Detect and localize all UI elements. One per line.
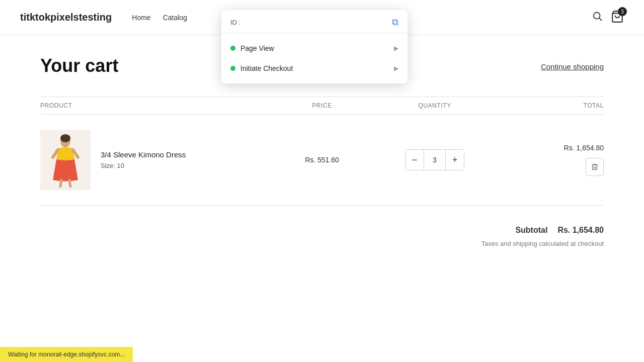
item-details: 3/4 Sleeve Kimono Dress Size: 10 <box>101 150 186 169</box>
svg-point-4 <box>60 134 70 142</box>
col-header-product: PRODUCT <box>40 102 266 109</box>
popup-item-left-2: Initiate Checkout <box>230 64 293 72</box>
item-total-price: Rs. 1,654.80 <box>564 144 604 152</box>
col-header-quantity: QUANTITY <box>378 102 491 109</box>
table-row: 3/4 Sleeve Kimono Dress Size: 10 Rs. 551… <box>40 115 604 206</box>
subtotal-section: Subtotal Rs. 1,654.80 <box>40 206 604 240</box>
item-info: 3/4 Sleeve Kimono Dress Size: 10 <box>40 130 266 190</box>
col-header-price: PRICE <box>266 102 378 109</box>
delete-item-button[interactable] <box>586 158 604 176</box>
item-total: Rs. 1,654.80 <box>491 144 604 176</box>
item-name: 3/4 Sleeve Kimono Dress <box>101 150 186 159</box>
nav-home[interactable]: Home <box>132 14 150 22</box>
chevron-right-icon-2: ▶ <box>394 65 398 72</box>
green-dot-pageview <box>230 46 235 51</box>
svg-line-8 <box>69 180 70 187</box>
svg-point-0 <box>594 13 600 19</box>
popup-item-initiatecheckout[interactable]: Initiate Checkout ▶ <box>221 58 408 78</box>
item-size: Size: 10 <box>101 162 186 169</box>
nav-catalog[interactable]: Catalog <box>163 14 187 22</box>
popup-items: Page View ▶ Initiate Checkout ▶ <box>221 33 408 83</box>
pixel-popup: ID : ⧉ Page View ▶ Initiate Checkout ▶ <box>221 10 408 83</box>
popup-item-label-pageview: Page View <box>240 44 274 52</box>
quantity-decrease-button[interactable]: − <box>406 150 424 170</box>
quantity-input[interactable] <box>424 150 446 170</box>
continue-shopping-link[interactable]: Continue shopping <box>541 62 604 71</box>
item-price: Rs. 551.60 <box>266 156 378 164</box>
search-icon[interactable] <box>592 11 603 24</box>
site-logo[interactable]: titktokpixelstesting <box>20 12 112 23</box>
cart-badge: 3 <box>618 7 627 16</box>
popup-header: ID : ⧉ <box>221 10 408 33</box>
col-header-total: TOTAL <box>491 102 604 109</box>
green-dot-checkout <box>230 66 235 71</box>
popup-item-pageview[interactable]: Page View ▶ <box>221 38 408 58</box>
page-title: Your cart <box>40 55 118 76</box>
quantity-increase-button[interactable]: + <box>446 150 464 170</box>
external-link-icon[interactable]: ⧉ <box>392 17 398 28</box>
subtotal-value: Rs. 1,654.80 <box>557 226 604 235</box>
chevron-right-icon: ▶ <box>394 45 398 52</box>
popup-id-label: ID : <box>230 19 240 26</box>
svg-line-1 <box>599 18 602 21</box>
table-header: PRODUCT PRICE QUANTITY TOTAL <box>40 97 604 115</box>
subtotal-label: Subtotal <box>515 226 547 235</box>
header-icons: 3 <box>592 10 624 25</box>
cart-icon-wrapper[interactable]: 3 <box>611 10 624 25</box>
trash-icon <box>591 163 599 171</box>
tax-note: Taxes and shipping calculated at checkou… <box>40 240 604 257</box>
product-image <box>40 130 91 190</box>
popup-item-left: Page View <box>230 44 274 52</box>
svg-line-7 <box>60 180 61 187</box>
quantity-control: − + <box>378 149 491 170</box>
popup-item-label-checkout: Initiate Checkout <box>240 64 293 72</box>
quantity-box: − + <box>405 149 464 170</box>
